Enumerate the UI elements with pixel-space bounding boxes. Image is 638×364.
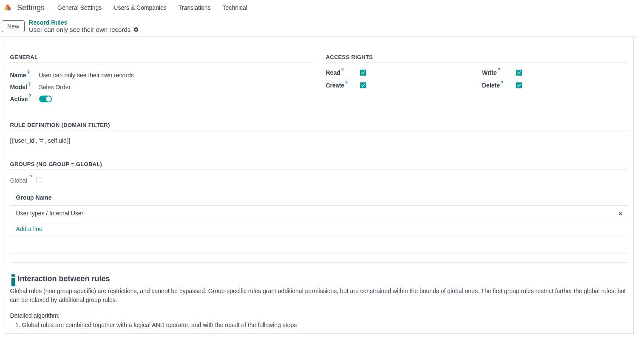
breadcrumb-current: User can only see their own records <box>29 26 139 33</box>
info-section: Interaction between rules Global rules (… <box>10 274 628 328</box>
help-icon[interactable]: ? <box>28 82 31 87</box>
field-global: Global ? <box>10 176 628 184</box>
groups-table: Group Name User types / Internal User Ad… <box>10 190 628 254</box>
breadcrumb-parent[interactable]: Record Rules <box>29 19 139 26</box>
section-title-general: GENERAL <box>10 54 312 62</box>
active-label: Active ? <box>10 96 36 102</box>
access-write: Write ? <box>482 69 628 76</box>
help-icon[interactable]: ? <box>341 68 344 72</box>
info-detailed-label: Detailed algorithm: <box>10 312 628 319</box>
app-logo-icon <box>3 3 12 12</box>
delete-row-icon[interactable] <box>619 210 622 217</box>
breadcrumb-current-text: User can only see their own records <box>29 26 130 33</box>
global-label: Global ? <box>10 176 32 184</box>
groups-section: GROUPS (NO GROUP = GLOBAL) Global ? Grou… <box>10 161 628 262</box>
read-checkbox[interactable] <box>360 70 366 76</box>
menu-users-companies[interactable]: Users & Companies <box>109 2 171 14</box>
field-name: Name ? User can only see their own recor… <box>10 69 312 81</box>
info-steps: Global rules are combined together with … <box>10 322 628 328</box>
form-sheet: GENERAL Name ? User can only see their o… <box>5 37 634 334</box>
menu-general-settings[interactable]: General Settings <box>53 2 106 14</box>
domain-filter-value[interactable]: [('user_id', '=', self.uid)] <box>10 137 628 144</box>
write-label: Write ? <box>482 69 512 76</box>
help-icon[interactable]: ? <box>501 80 503 85</box>
section-title-access: ACCESS RIGHTS <box>326 54 628 62</box>
access-read: Read ? <box>326 69 472 76</box>
table-spacer <box>10 237 628 254</box>
help-icon[interactable]: ? <box>30 175 32 179</box>
add-line-button[interactable]: Add a line <box>16 226 43 232</box>
info-icon <box>10 274 16 283</box>
app-title: Settings <box>17 3 45 12</box>
name-label: Name ? <box>10 72 36 79</box>
name-value[interactable]: User can only see their own records <box>39 72 134 79</box>
general-section: GENERAL Name ? User can only see their o… <box>10 54 312 105</box>
control-panel: New Record Rules User can only see their… <box>0 16 638 37</box>
svg-rect-3 <box>11 274 14 277</box>
delete-checkbox[interactable] <box>516 82 522 88</box>
create-label: Create ? <box>326 82 356 89</box>
menu-translations[interactable]: Translations <box>174 2 215 14</box>
help-icon[interactable]: ? <box>29 94 31 99</box>
info-body: Global rules (non group-specific) are re… <box>10 287 628 305</box>
write-checkbox[interactable] <box>516 70 522 76</box>
help-icon[interactable]: ? <box>498 68 500 72</box>
access-delete: Delete ? <box>482 82 628 89</box>
delete-label: Delete ? <box>482 82 512 89</box>
model-label: Model ? <box>10 84 36 90</box>
access-rights-section: ACCESS RIGHTS Read ? Write ? <box>326 54 628 105</box>
breadcrumb: Record Rules User can only see their own… <box>29 19 139 33</box>
model-value[interactable]: Sales Order <box>39 84 71 90</box>
info-step-1: Global rules are combined together with … <box>22 322 628 328</box>
global-checkbox[interactable] <box>36 177 42 183</box>
group-name-header[interactable]: Group Name <box>10 190 613 206</box>
active-toggle[interactable] <box>39 96 52 102</box>
access-create: Create ? <box>326 82 472 89</box>
svg-point-2 <box>7 7 11 10</box>
rule-definition-section: RULE DEFINITION (DOMAIN FILTER) [('user_… <box>10 122 628 144</box>
read-label: Read ? <box>326 69 356 76</box>
new-button[interactable]: New <box>2 20 25 32</box>
svg-rect-4 <box>11 278 14 287</box>
menu-technical[interactable]: Technical <box>218 2 252 14</box>
top-nav: Settings General Settings Users & Compan… <box>0 0 638 16</box>
group-name-cell[interactable]: User types / Internal User <box>10 205 613 221</box>
help-icon[interactable]: ? <box>27 70 30 75</box>
section-title-rule-def: RULE DEFINITION (DOMAIN FILTER) <box>10 122 628 130</box>
create-checkbox[interactable] <box>360 82 366 88</box>
field-model: Model ? Sales Order <box>10 81 312 93</box>
gear-icon[interactable] <box>133 27 139 33</box>
help-icon[interactable]: ? <box>345 80 348 85</box>
table-row[interactable]: User types / Internal User <box>10 205 628 221</box>
field-active: Active ? <box>10 93 312 105</box>
section-title-groups: GROUPS (NO GROUP = GLOBAL) <box>10 161 628 169</box>
add-line-row: Add a line <box>10 221 628 237</box>
info-title: Interaction between rules <box>18 274 110 283</box>
